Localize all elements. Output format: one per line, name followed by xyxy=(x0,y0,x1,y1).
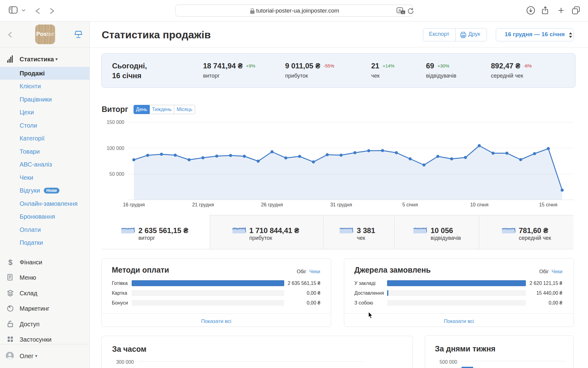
svg-text:x: x xyxy=(402,11,404,14)
